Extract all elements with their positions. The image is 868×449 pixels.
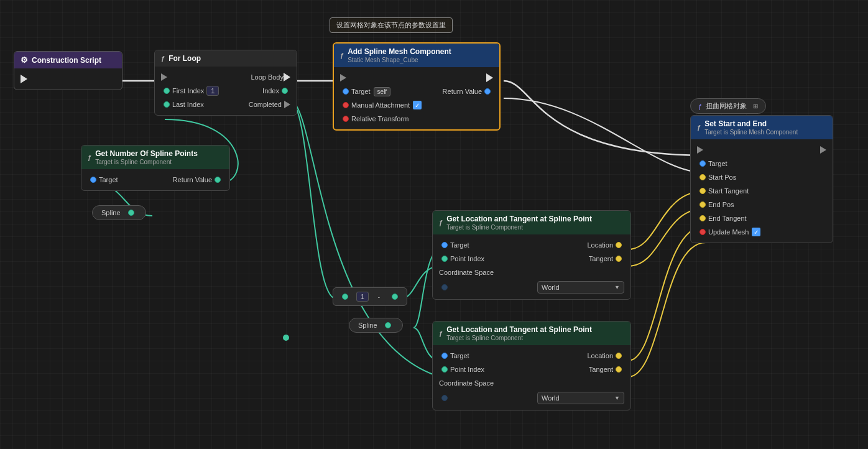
addspline-return-label: Return Value [443,88,482,95]
setstart-startpos-pin [699,174,706,180]
addspline-exec-out [486,73,493,82]
getnumber-target-row: Target Return Value [81,173,229,187]
comment-text: 设置网格对象在该节点的参数设置里 [336,21,446,29]
getloc2-tangent-label: Tangent [589,366,613,373]
exec-in-pin [161,73,167,81]
minus-operator: - [378,293,381,300]
getloc2-world-select[interactable]: World ▼ [537,392,624,404]
getloc1-tangent-pin [616,256,622,262]
setstart-updatemesh-pin [699,229,706,235]
spline-pill-1-label: Spline [101,209,121,216]
manual-attachment-checkbox[interactable]: ✓ [413,101,422,109]
addspline-manual-row: Manual Attachment ✓ [334,98,499,112]
setstart-exec-out [820,146,826,154]
set-start-end-subtitle: Target is Spline Mesh Component [704,129,798,136]
addspline-target-label: Target [351,88,371,95]
first-index-label: First Index [172,87,204,95]
getloc2-pointindex-pin [441,366,448,373]
getloc1-target-label: Target [450,241,469,249]
addspline-exec-in [340,74,346,81]
get-location-2-subtitle: Target is Spline Component [446,335,592,341]
update-mesh-checkbox[interactable]: ✓ [752,228,760,236]
addspline-relative-row: Relative Transform [334,112,499,126]
getloc2-location-pin [616,353,622,359]
add-spline-title: Add Spline Mesh Component [348,47,451,56]
setstart-target-row: Target [691,157,833,170]
construction-script-exec-row [14,72,122,86]
setstart-endpos-label: End Pos [708,201,734,208]
addspline-exec-row [334,71,499,85]
setstart-endpos-row: End Pos [691,198,833,211]
construction-script-title: Construction Script [32,56,101,65]
getloc1-location-pin [616,242,622,248]
add-spline-subtitle: Static Mesh Shape_Cube [348,57,451,63]
getloc1-coordspace-row: Coordinate Space [433,266,630,279]
getloc2-tangent-pin [616,366,622,373]
getloc1-pointindex-pin [441,256,448,262]
getloc2-select-arrow: ▼ [614,395,620,401]
exec-out-pin [21,75,27,83]
addspline-target-row: Target self Return Value [334,85,499,98]
get-location-1-subtitle: Target is Spline Component [446,224,592,231]
get-number-title: Get Number Of Spline Points [95,149,198,158]
getloc1-select-row: World ▼ [433,279,630,295]
completed-pin [284,101,290,108]
get-location-1-title: Get Location and Tangent at Spline Point [446,215,592,223]
add-spline-header: ƒ Add Spline Mesh Component Static Mesh … [334,44,499,67]
getloc2-pointindex-row: Point Index Tangent [433,363,630,376]
setstart-endtangent-row: End Tangent [691,211,833,225]
spline-pill-1: Spline [92,205,146,220]
addspline-target-pin [343,88,349,95]
getloc2-coordspace-row: Coordinate Space [433,376,630,390]
getloc2-target-row: Target Location [433,349,630,363]
set-start-end-header: ƒ Set Start and End Target is Spline Mes… [691,116,833,139]
get-location-1-node: ƒ Get Location and Tangent at Spline Poi… [432,210,631,300]
setstart-updatemesh-row: Update Mesh ✓ [691,225,833,239]
setstart-endpos-pin [699,201,706,208]
setstart-exec-in [697,146,703,154]
getloc2-pointindex-label: Point Index [450,366,484,373]
getloc1-location-label: Location [587,241,613,249]
getloc1-target-pin [441,242,448,248]
for-loop-node: ƒ For Loop Loop Body First Index 1 Index [154,50,297,116]
setstart-target-label: Target [708,160,727,167]
getloc2-target-label: Target [450,352,469,359]
comment-box: 设置网格对象在该节点的参数设置里 [330,17,453,33]
getloc1-world-value: World [542,284,560,291]
setstart-starttangent-label: Start Tangent [708,187,749,195]
getloc1-world-select[interactable]: World ▼ [537,281,624,294]
setstart-target-pin [699,160,706,167]
getloc2-target-pin [441,353,448,359]
getloc2-world-value: World [542,394,560,402]
add-spline-node: ƒ Add Spline Mesh Component Static Mesh … [333,42,501,131]
minus-value: 1 [356,292,369,302]
addspline-relative-label: Relative Transform [351,115,409,123]
getloc1-select-arrow: ▼ [614,284,620,290]
set-start-end-node: ƒ Set Start and End Target is Spline Mes… [690,115,833,243]
getnumber-target-label: Target [99,176,118,183]
setstart-startpos-row: Start Pos [691,170,833,184]
spline-pill-2: Spline [349,318,403,333]
getloc1-pointindex-label: Point Index [450,255,484,262]
getloc1-coord-pin [441,284,448,290]
getloc2-coord-label: Coordinate Space [439,379,494,387]
first-index-row: First Index 1 Index [155,84,297,98]
first-index-value: 1 [206,86,219,96]
for-loop-title: For Loop [169,54,201,63]
setstart-startpos-label: Start Pos [708,174,736,181]
setstart-endtangent-pin [699,215,706,221]
last-index-input-pin [164,101,170,108]
getnumber-return-pin [215,177,221,183]
getloc2-select-row: World ▼ [433,390,630,406]
construction-script-node: ⚙ Construction Script [14,51,122,90]
twisted-icon: ƒ [698,103,702,110]
addspline-manual-label: Manual Attachment [351,101,410,109]
addspline-target-value: self [374,87,391,96]
minus-out-pin [392,294,398,300]
addspline-manual-pin [343,102,349,108]
addspline-return-pin [484,88,491,95]
get-location-1-header: ƒ Get Location and Tangent at Spline Poi… [433,211,630,234]
getloc1-tangent-label: Tangent [589,255,613,262]
setstart-endtangent-label: End Tangent [708,215,747,222]
last-index-row: Last Index Completed [155,98,297,111]
